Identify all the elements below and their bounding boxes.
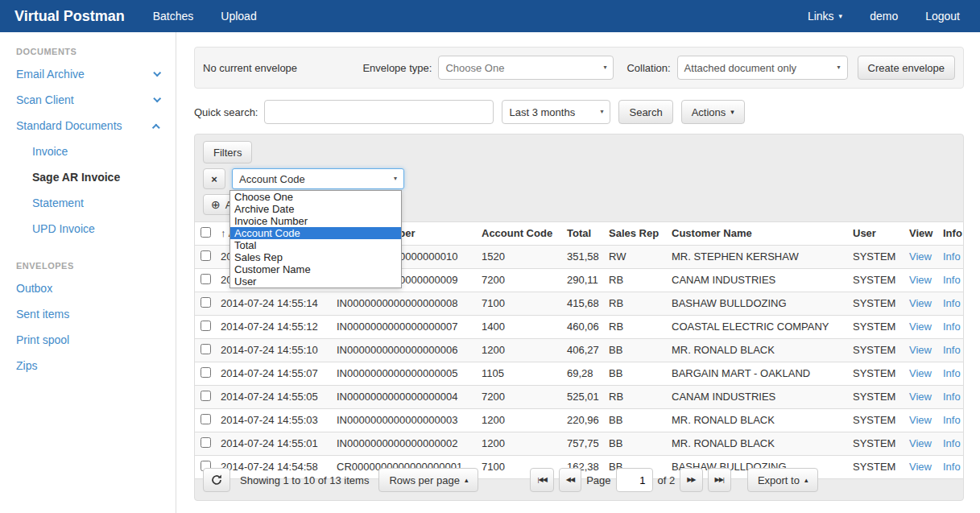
info-link[interactable]: Info	[943, 250, 961, 263]
cell-invoice-number: IN0000000000000000008	[332, 292, 477, 316]
info-link[interactable]: Info	[943, 344, 961, 356]
sidebar-item-email-archive[interactable]: Email Archive	[0, 61, 176, 87]
cell-sales-rep: RB	[604, 292, 667, 316]
column-user[interactable]: User	[848, 222, 904, 246]
dropdown-option[interactable]: Sales Rep	[230, 251, 401, 263]
dropdown-option[interactable]: Invoice Number	[230, 215, 401, 227]
nav-links-menu[interactable]: Links ▾	[794, 10, 856, 23]
row-checkbox[interactable]	[201, 297, 211, 308]
sidebar-item-scan-client[interactable]: Scan Client	[0, 87, 176, 113]
cell-customer-name: BARGAIN MART - OAKLAND	[667, 362, 848, 386]
nav-batches[interactable]: Batches	[139, 10, 208, 23]
select-all-checkbox[interactable]	[201, 227, 211, 238]
nav-logout[interactable]: Logout	[912, 10, 974, 23]
sidebar-item-statement[interactable]: Statement	[0, 190, 176, 216]
prev-page-button[interactable]: ◀◀	[559, 468, 581, 492]
view-link[interactable]: View	[909, 367, 932, 379]
info-link[interactable]: Info	[943, 321, 961, 333]
cell-customer-name: COASTAL ELECTRIC COMPANY	[667, 316, 848, 339]
search-period-select[interactable]: Last 3 months ▾	[502, 100, 610, 124]
filters-button[interactable]: Filters	[203, 141, 252, 163]
remove-filter-button[interactable]: ×	[203, 168, 225, 189]
row-checkbox[interactable]	[201, 391, 211, 401]
create-envelope-button[interactable]: Create envelope	[858, 56, 955, 80]
page-input[interactable]	[616, 468, 653, 492]
cell-archive-date: 2014-07-24 14:55:12	[216, 316, 332, 339]
next-page-icon: ▶▶	[687, 477, 695, 483]
dropdown-option[interactable]: Total	[230, 239, 401, 251]
column-account-code[interactable]: Account Code	[477, 222, 562, 246]
next-page-button[interactable]: ▶▶	[680, 468, 702, 492]
info-link[interactable]: Info	[943, 274, 961, 286]
dropdown-option[interactable]: User	[230, 275, 401, 288]
view-link[interactable]: View	[909, 437, 932, 449]
dropdown-option-selected[interactable]: Account Code	[230, 227, 401, 239]
cell-user: SYSTEM	[848, 432, 904, 456]
quick-search-input[interactable]	[264, 100, 494, 124]
view-link[interactable]: View	[909, 250, 932, 263]
view-link[interactable]: View	[909, 321, 932, 333]
sidebar-item-sent-items[interactable]: Sent items	[0, 301, 176, 327]
top-navbar: Virtual Postman Batches Upload Links ▾ d…	[0, 0, 980, 32]
first-page-icon: |◀◀	[537, 477, 546, 483]
view-link[interactable]: View	[909, 297, 932, 309]
collation-select[interactable]: Attached document only ▾	[677, 56, 848, 80]
cell-total: 525,01	[562, 386, 604, 409]
dropdown-option[interactable]: Choose One	[230, 191, 401, 203]
view-link[interactable]: View	[909, 344, 932, 356]
row-checkbox[interactable]	[201, 437, 211, 448]
brand-logo[interactable]: Virtual Postman	[0, 8, 139, 25]
row-checkbox[interactable]	[201, 367, 211, 378]
info-link[interactable]: Info	[943, 414, 961, 426]
row-checkbox[interactable]	[201, 414, 211, 424]
cell-total: 460,06	[562, 316, 604, 339]
search-button[interactable]: Search	[618, 100, 672, 124]
info-link[interactable]: Info	[943, 297, 961, 309]
cell-archive-date: 2014-07-24 14:55:03	[216, 409, 332, 432]
info-link[interactable]: Info	[943, 391, 961, 403]
sidebar-item-zips[interactable]: Zips	[0, 353, 176, 379]
first-page-button[interactable]: |◀◀	[530, 468, 553, 492]
nav-user[interactable]: demo	[856, 10, 912, 23]
info-link[interactable]: Info	[943, 437, 961, 449]
sidebar-item-invoice[interactable]: Invoice	[0, 139, 176, 164]
refresh-icon	[211, 474, 222, 486]
chevron-down-icon	[153, 68, 161, 77]
last-page-button[interactable]: ▶▶|	[708, 468, 731, 492]
column-sales-rep[interactable]: Sales Rep	[604, 222, 667, 246]
export-button[interactable]: Export to ▴	[747, 468, 819, 492]
sidebar-item-outbox[interactable]: Outbox	[0, 275, 176, 301]
sidebar-item-standard-documents[interactable]: Standard Documents	[0, 113, 176, 139]
view-link[interactable]: View	[909, 414, 932, 426]
pager-controls: |◀◀ ◀◀ Page of 2 ▶▶ ▶▶|	[530, 468, 730, 492]
nav-upload[interactable]: Upload	[207, 10, 270, 23]
chevron-up-icon	[152, 123, 160, 131]
sidebar-item-label: Standard Documents	[16, 119, 122, 132]
cell-sales-rep: BB	[604, 362, 667, 386]
column-total[interactable]: Total	[562, 222, 604, 246]
column-customer-name[interactable]: Customer Name	[667, 222, 848, 246]
filter-field-select[interactable]: Account Code ▾	[232, 168, 404, 189]
view-link[interactable]: View	[909, 391, 932, 403]
dropdown-option[interactable]: Customer Name	[230, 263, 401, 275]
row-checkbox[interactable]	[201, 274, 211, 284]
rows-per-page-button[interactable]: Rows per page ▴	[378, 468, 478, 492]
dropdown-option[interactable]: Archive Date	[230, 203, 401, 215]
sidebar-item-sage-ar-invoice[interactable]: Sage AR Invoice	[0, 164, 176, 190]
sidebar-item-print-spool[interactable]: Print spool	[0, 327, 176, 353]
row-checkbox[interactable]	[201, 321, 211, 331]
view-link[interactable]: View	[909, 274, 932, 286]
envelope-bar: No current envelope Envelope type: Choos…	[194, 47, 964, 89]
cell-sales-rep: RB	[604, 386, 667, 409]
row-checkbox[interactable]	[201, 344, 211, 354]
sidebar-item-upd-invoice[interactable]: UPD Invoice	[0, 216, 176, 242]
cell-customer-name: MR. RONALD BLACK	[667, 409, 848, 432]
info-link[interactable]: Info	[943, 367, 961, 379]
row-checkbox[interactable]	[201, 250, 211, 261]
quick-search-label: Quick search:	[194, 106, 258, 118]
actions-button[interactable]: Actions ▾	[681, 100, 745, 124]
cell-archive-date: 2014-07-24 14:55:05	[216, 386, 332, 409]
refresh-button[interactable]	[203, 468, 230, 492]
envelope-type-select[interactable]: Choose One ▾	[438, 56, 614, 80]
cell-account-code: 7100	[477, 292, 562, 316]
